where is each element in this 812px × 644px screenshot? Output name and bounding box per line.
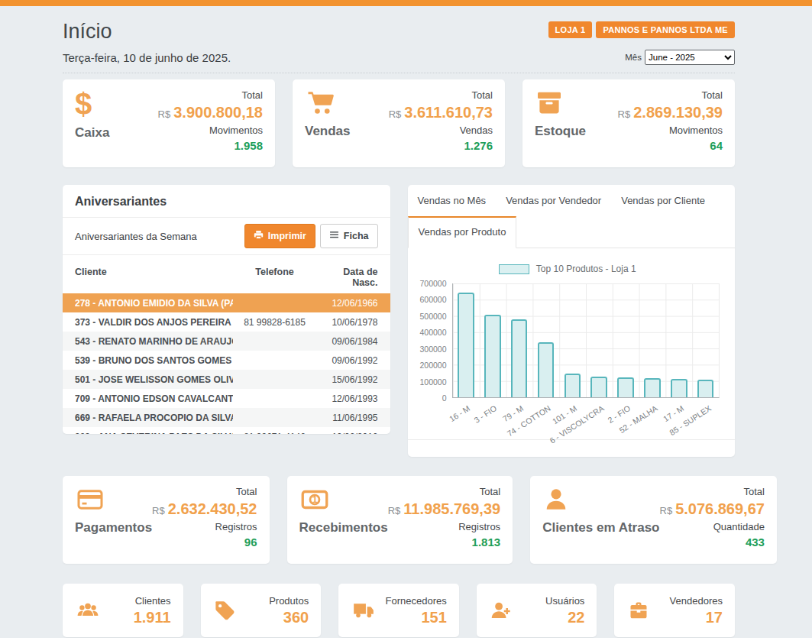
- card-estoque: Estoque Total R$2.869.130,39 Movimentos …: [522, 79, 735, 167]
- stat-value: 360: [269, 609, 309, 626]
- month-label: Mês: [625, 53, 642, 62]
- birthdays-subtitle: Aniversariantes da Semana: [75, 231, 197, 242]
- total-label: Total: [660, 486, 765, 497]
- date-row: Terça-feira, 10 de junho de 2025. Mês Ju…: [63, 50, 735, 73]
- total-value: R$3.611.610,73: [389, 104, 493, 121]
- sales-panel-footer: [408, 439, 736, 457]
- sales-tabs: Vendas no Mês Vendas por Vendedor Vendas…: [408, 185, 736, 248]
- card-pagamentos: Pagamentos Total R$2.632.430,52 Registro…: [63, 476, 270, 564]
- x-tick-label: 3 - FIO: [472, 403, 498, 425]
- chart-bar: [484, 315, 501, 397]
- currency-prefix: R$: [152, 505, 165, 516]
- chart-bar: [511, 319, 528, 397]
- y-tick-label: 500000: [419, 312, 446, 321]
- count-label: Movimentos: [618, 125, 723, 136]
- chart-bar: [565, 374, 581, 398]
- birthdays-panel: Aniversariantes Aniversariantes da Seman…: [63, 185, 390, 434]
- y-tick-label: 200000: [419, 361, 446, 370]
- count-label: Quantidade: [660, 521, 765, 532]
- card-recebimentos: 1 Recebimentos Total R$11.985.769,39 Reg…: [287, 476, 513, 564]
- card-label: Pagamentos: [75, 520, 152, 536]
- stat-card-produtos: Produtos 360: [201, 584, 322, 637]
- count-value: 64: [618, 139, 723, 152]
- card-vendas: Vendas Total R$3.611.610,73 Vendas 1.276: [293, 79, 505, 167]
- tab-vendas-por-produto[interactable]: Vendas por Produto: [408, 216, 517, 248]
- y-tick-label: 600000: [419, 295, 446, 304]
- tag-icon: [213, 599, 236, 622]
- stat-label: Vendedores: [670, 595, 723, 607]
- card-label: Estoque: [535, 124, 586, 139]
- credit-card-icon: [75, 486, 152, 513]
- table-row[interactable]: 373 - VALDIR DOS ANJOS PEREIRA (AN... 81…: [63, 312, 390, 332]
- birthdays-table: Cliente Telefone Data de Nasc. 278 - ANT…: [63, 263, 390, 434]
- birthdays-title: Aniversariantes: [63, 185, 390, 218]
- count-value: 1.276: [389, 139, 493, 152]
- total-value: R$2.869.130,39: [618, 104, 723, 121]
- total-label: Total: [158, 89, 263, 101]
- chart-area: Top 10 Produtos - Loja 1 700000600000500…: [408, 248, 736, 439]
- count-value: 433: [660, 536, 765, 549]
- sales-panel: Vendas no Mês Vendas por Vendedor Vendas…: [408, 185, 736, 457]
- print-button[interactable]: Imprimir: [244, 224, 315, 248]
- col-header-phone: Telefone: [233, 267, 317, 288]
- stat-value: 1.911: [134, 609, 171, 626]
- total-value: R$3.900.800,18: [158, 104, 263, 121]
- table-row[interactable]: 669 - RAFAELA PROCOPIO DA SILVA CA... 11…: [63, 408, 390, 427]
- tab-vendas-por-vendedor[interactable]: Vendas por Vendedor: [496, 185, 611, 216]
- month-select[interactable]: June - 2025: [645, 50, 735, 65]
- y-tick-label: 700000: [419, 279, 446, 288]
- tab-vendas-no-mes[interactable]: Vendas no Mês: [408, 185, 497, 216]
- tab-vendas-por-cliente[interactable]: Vendas por Cliente: [611, 185, 715, 216]
- page-title: Início: [63, 20, 112, 44]
- stat-card-clientes: Clientes 1.911: [63, 584, 183, 637]
- chart-y-axis: 7000006000005000004000003000002000001000…: [416, 283, 452, 398]
- user-icon: [542, 486, 659, 513]
- chart-bar: [458, 293, 474, 397]
- current-date-text: Terça-feira, 10 de junho de 2025.: [63, 51, 231, 64]
- page-footer: [0, 638, 812, 644]
- chart-bar: [590, 377, 607, 397]
- table-row[interactable]: 309 - ANA SEVERINA PAES DA SILVA 81 9967…: [63, 427, 390, 434]
- store-button[interactable]: LOJA 1: [548, 21, 593, 38]
- total-label: Total: [389, 89, 493, 101]
- count-value: 96: [152, 536, 257, 549]
- table-row[interactable]: 539 - BRUNO DOS SANTOS GOMES 09/06/1992: [63, 351, 390, 370]
- birthdays-toolbar: Aniversariantes da Semana Imprimir Ficha: [63, 218, 390, 255]
- company-button[interactable]: PANNOS E PANNOS LTDA ME: [596, 21, 735, 38]
- stat-label: Usuários: [545, 595, 584, 607]
- col-header-client: Cliente: [75, 267, 233, 288]
- stat-card-vendedores: Vendedores 17: [614, 584, 735, 637]
- stat-card-usuarios: Usuários 22: [477, 584, 597, 637]
- card-label: Vendas: [305, 124, 351, 139]
- currency-prefix: R$: [618, 108, 631, 120]
- svg-text:1: 1: [312, 494, 317, 505]
- panels-row: Aniversariantes Aniversariantes da Seman…: [63, 185, 735, 457]
- table-row[interactable]: 543 - RENATO MARINHO DE ARAUJO (F... 09/…: [63, 332, 390, 351]
- card-label: Caixa: [75, 125, 109, 141]
- table-row[interactable]: 501 - JOSE WELISSON GOMES OLIVEIR... 15/…: [63, 370, 390, 389]
- box-icon: [535, 89, 586, 117]
- card-label: Clientes em Atraso: [542, 520, 659, 536]
- chart-bar: [644, 378, 661, 397]
- y-tick-label: 0: [442, 393, 447, 403]
- main-container: Início LOJA 1 PANNOS E PANNOS LTDA ME Te…: [63, 15, 735, 637]
- table-row[interactable]: 709 - ANTONIO EDSON CAVALCANTE D... 12/0…: [63, 389, 390, 408]
- count-value: 1.958: [158, 139, 263, 152]
- table-row[interactable]: 278 - ANTONIO EMIDIO DA SILVA (PALE... 1…: [63, 293, 390, 312]
- col-header-birth: Data de Nasc.: [317, 267, 378, 288]
- stat-label: Fornecedores: [386, 595, 447, 607]
- page-header: Início LOJA 1 PANNOS E PANNOS LTDA ME: [63, 15, 735, 44]
- card-clientes-em-atraso: Clientes em Atraso Total R$5.076.869,67 …: [530, 476, 777, 564]
- y-tick-label: 300000: [419, 345, 446, 354]
- ficha-button[interactable]: Ficha: [320, 224, 378, 248]
- x-tick-label: 16 - M: [448, 403, 471, 423]
- cart-icon: [305, 89, 351, 117]
- chart-bar: [671, 379, 687, 397]
- currency-prefix: R$: [389, 108, 402, 120]
- legend-label: Top 10 Produtos - Loja 1: [536, 264, 636, 274]
- y-tick-label: 400000: [419, 328, 446, 337]
- legend-swatch: [499, 264, 529, 274]
- month-filter: Mês June - 2025: [625, 50, 735, 65]
- truck-icon: [351, 600, 377, 621]
- currency-prefix: R$: [158, 108, 171, 120]
